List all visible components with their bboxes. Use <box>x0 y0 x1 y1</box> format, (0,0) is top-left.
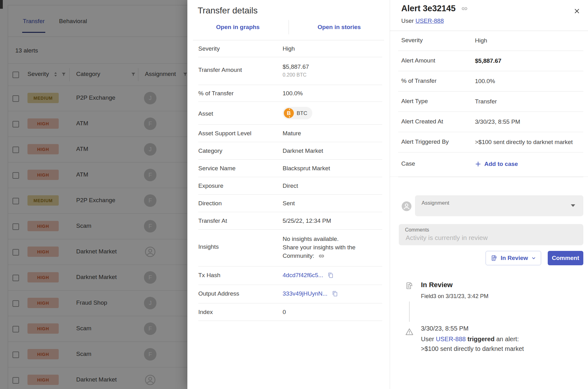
add-to-case-button[interactable]: Add to case <box>475 160 518 168</box>
field-label: Output Address <box>198 290 283 297</box>
assignment-select[interactable]: Assignment <box>415 195 583 216</box>
field-label: % of Transfer <box>398 77 475 85</box>
field-label: Case <box>398 160 475 167</box>
field-value: No insights available. Share your insigh… <box>283 235 382 261</box>
transfer-details-modal: Transfer details Open in graphs Open in … <box>187 0 390 389</box>
row-alert-triggered-by: Alert Triggered By >$100 sent directly t… <box>398 132 583 152</box>
row-alert-type: Alert Type Transfer <box>398 92 583 112</box>
row-category: Category Darknet Market <box>198 142 382 160</box>
comment-button[interactable]: Comment <box>548 251 583 265</box>
row-alert-amount: Alert Amount $5,887.67 <box>398 51 583 71</box>
field-value: B BTC <box>283 107 382 119</box>
person-icon <box>401 201 412 212</box>
field-value: Mature <box>283 130 382 137</box>
audit-icon <box>405 282 413 291</box>
alert-title: Alert 3e32145 <box>401 4 468 14</box>
row-alert-created-at: Alert Created At 3/30/23, 8:55 PM <box>398 112 583 132</box>
field-value: Add to case <box>475 160 583 169</box>
field-label: Tx Hash <box>198 272 283 279</box>
event-suffix: an alert: <box>496 336 519 342</box>
alert-drawer: Alert 3e32145 User USER-888 Severity Hig… <box>390 0 588 389</box>
row-transfer-amount: Transfer Amount $5,887.67 0.200 BTC <box>198 57 382 85</box>
field-value: 100.0% <box>283 90 382 97</box>
user-label: User <box>401 17 414 24</box>
insights-line2: Share your insights with the <box>283 243 382 252</box>
chevron-down-icon <box>531 256 536 261</box>
output-address-link[interactable]: 333v49jHUynN... <box>283 290 328 297</box>
link-icon[interactable] <box>461 4 468 14</box>
tx-hash-link[interactable]: 4dcd7f42f6c5... <box>283 272 323 278</box>
row-insights: Insights No insights available. Share yo… <box>198 230 382 267</box>
warning-icon <box>405 327 414 337</box>
comments-field[interactable]: Comments <box>399 224 583 245</box>
field-label: Severity <box>398 37 475 44</box>
open-in-graphs-link[interactable]: Open in graphs <box>187 19 289 35</box>
field-label: Asset <box>198 107 283 117</box>
field-label: Direction <box>198 200 283 207</box>
screen: Transfer Behavioral 13 alerts Severity C… <box>0 0 588 389</box>
add-to-case-label: Add to case <box>484 160 518 168</box>
field-label: Alert Amount <box>398 57 475 64</box>
field-value: Direct <box>283 182 382 189</box>
copy-icon[interactable] <box>332 291 338 298</box>
status-dropdown-button[interactable]: In Review <box>486 251 541 265</box>
bitcoin-icon: B <box>284 108 294 118</box>
row-severity: Severity High <box>198 40 382 57</box>
modal-title: Transfer details <box>198 6 258 16</box>
field-value: $5,887.67 <box>475 57 583 65</box>
amount-crypto: 0.200 BTC <box>283 71 382 78</box>
copy-icon[interactable] <box>328 272 334 280</box>
field-value: 0 <box>283 308 382 316</box>
event-prefix: User <box>421 336 434 342</box>
field-value: 333v49jHUynN... <box>283 290 382 298</box>
action-buttons: In Review Comment <box>486 251 583 265</box>
row-tx-hash: Tx Hash 4dcd7f42f6c5... <box>198 267 382 285</box>
alert-title-text: Alert 3e32145 <box>401 4 456 13</box>
modal-links: Open in graphs Open in stories <box>187 19 390 35</box>
timeline-event-message: User USER-888 triggered an alert: >$100 … <box>421 334 552 354</box>
section-divider <box>390 177 588 177</box>
field-label: Asset Support Level <box>198 130 283 137</box>
close-icon[interactable] <box>572 6 581 16</box>
user-link[interactable]: USER-888 <box>436 336 466 342</box>
amount-usd: $5,887.67 <box>283 63 309 70</box>
field-value: Blacksprut Market <box>283 165 382 172</box>
row-exposure: Exposure Direct <box>198 177 382 195</box>
field-label: Service Name <box>198 165 283 172</box>
asset-symbol: BTC <box>297 110 307 117</box>
status-label: In Review <box>501 255 528 262</box>
field-value: >$100 sent directly to darknet market <box>475 138 583 146</box>
row-case: Case Add to case <box>398 152 583 177</box>
row-transfer-at: Transfer At 5/25/22, 12:34 PM <box>198 212 382 230</box>
alert-user-line: User USER-888 <box>401 17 444 24</box>
assignment-control: Assignment <box>401 195 583 216</box>
assignment-placeholder: Assignment <box>422 200 449 206</box>
open-in-stories-link[interactable]: Open in stories <box>289 19 390 35</box>
event-verb: triggered <box>467 336 495 342</box>
comments-label: Comments <box>405 227 429 233</box>
field-label: Insights <box>198 235 283 250</box>
field-label: Index <box>198 308 283 316</box>
row-pct-of-transfer: % of Transfer 100.0% <box>198 85 382 102</box>
comments-input[interactable] <box>405 233 578 243</box>
field-label: Alert Type <box>398 97 475 105</box>
field-label: Severity <box>198 45 283 52</box>
row-asset: Asset B BTC <box>198 102 382 125</box>
insights-line3: Community: <box>283 252 382 261</box>
audit-icon <box>491 255 497 262</box>
field-value: 100.0% <box>475 77 583 85</box>
insights-community-label: Community: <box>283 252 314 259</box>
field-value: $5,887.67 0.200 BTC <box>283 63 382 78</box>
alert-fields-list: Severity High Alert Amount $5,887.67 % o… <box>398 31 583 177</box>
field-value: 3/30/23, 8:55 PM <box>475 118 583 126</box>
timeline-event-timestamp: 3/30/23, 8:55 PM <box>421 325 468 332</box>
field-label: Exposure <box>198 182 283 189</box>
field-label: Transfer At <box>198 217 283 224</box>
user-link[interactable]: USER-888 <box>415 17 444 24</box>
field-label: Transfer Amount <box>198 63 283 73</box>
link-icon[interactable] <box>319 253 324 261</box>
field-value: Sent <box>283 200 382 207</box>
asset-chip: B BTC <box>283 107 312 119</box>
event-detail: >$100 sent directly to darknet market <box>421 345 524 352</box>
field-label: Alert Triggered By <box>398 138 475 146</box>
